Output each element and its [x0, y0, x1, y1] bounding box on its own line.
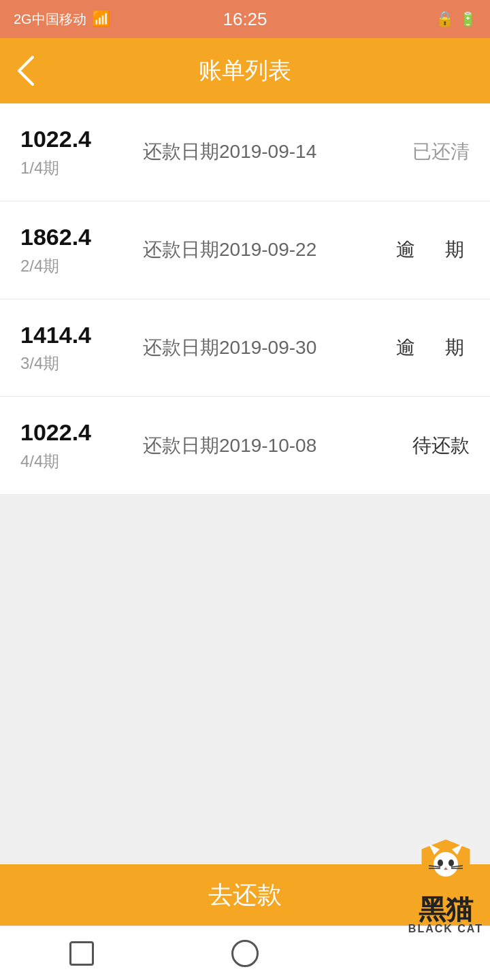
blackcat-logo: 黑猫 BLACK CAT	[408, 834, 483, 935]
square-icon	[69, 941, 94, 966]
item-period-3: 3/4期	[20, 353, 129, 374]
svg-point-3	[438, 860, 443, 866]
item-period-1: 1/4期	[20, 157, 129, 179]
item-date-1: 还款日期2019-09-14	[129, 139, 402, 165]
item-period-4: 4/4期	[20, 451, 129, 472]
item-status-1: 已还清	[402, 139, 470, 165]
status-left: 2G中国移动 📶	[14, 10, 110, 29]
bill-list: 1022.4 1/4期 还款日期2019-09-14 已还清 1862.4 2/…	[0, 103, 490, 495]
item-amount-2: 1862.4	[20, 223, 129, 251]
item-left-3: 1414.4 3/4期	[20, 321, 129, 375]
item-status-3: 逾 期	[396, 335, 470, 361]
svg-point-2	[434, 852, 458, 877]
svg-point-4	[448, 860, 454, 866]
carrier-text: 2G中国移动	[14, 10, 86, 29]
status-bar: 2G中国移动 📶 16:25 🔒 🔋	[0, 0, 490, 38]
item-left-4: 1022.4 4/4期	[20, 419, 129, 472]
pay-button-label: 去还款	[208, 879, 282, 912]
item-date-3: 还款日期2019-09-30	[129, 335, 396, 361]
bill-item-2[interactable]: 1862.4 2/4期 还款日期2019-09-22 逾 期	[0, 201, 490, 299]
nav-circle-item[interactable]	[163, 940, 327, 967]
item-status-4: 待还款	[402, 433, 470, 459]
item-amount-1: 1022.4	[20, 125, 129, 153]
item-left-1: 1022.4 1/4期	[20, 125, 129, 179]
wifi-icon: 📶	[92, 10, 110, 28]
item-status-2: 逾 期	[396, 237, 470, 263]
blackcat-sub-text: BLACK CAT	[408, 923, 483, 935]
back-button[interactable]	[16, 54, 35, 87]
item-date-2: 还款日期2019-09-22	[129, 237, 396, 263]
nav-square-item[interactable]	[0, 941, 163, 966]
status-right: 🔒 🔋	[436, 10, 476, 28]
circle-icon	[231, 940, 259, 967]
status-time: 16:25	[223, 9, 267, 30]
page-title: 账单列表	[199, 55, 291, 86]
item-amount-3: 1414.4	[20, 321, 129, 349]
item-period-2: 2/4期	[20, 255, 129, 277]
blackcat-brand-text: 黑猫	[419, 896, 473, 923]
blackcat-watermark: 黑猫 BLACK CAT	[299, 844, 490, 926]
battery-icon: 🔋	[459, 11, 476, 27]
lock-icon: 🔒	[436, 10, 454, 28]
item-left-2: 1862.4 2/4期	[20, 223, 129, 277]
bill-item-4[interactable]: 1022.4 4/4期 还款日期2019-10-08 待还款	[0, 397, 490, 495]
bill-item-1[interactable]: 1022.4 1/4期 还款日期2019-09-14 已还清	[0, 103, 490, 201]
bill-item-3[interactable]: 1414.4 3/4期 还款日期2019-09-30 逾 期	[0, 299, 490, 397]
blackcat-shield-icon	[415, 834, 476, 896]
item-date-4: 还款日期2019-10-08	[129, 433, 402, 459]
item-amount-4: 1022.4	[20, 419, 129, 446]
toolbar: 账单列表	[0, 38, 490, 103]
